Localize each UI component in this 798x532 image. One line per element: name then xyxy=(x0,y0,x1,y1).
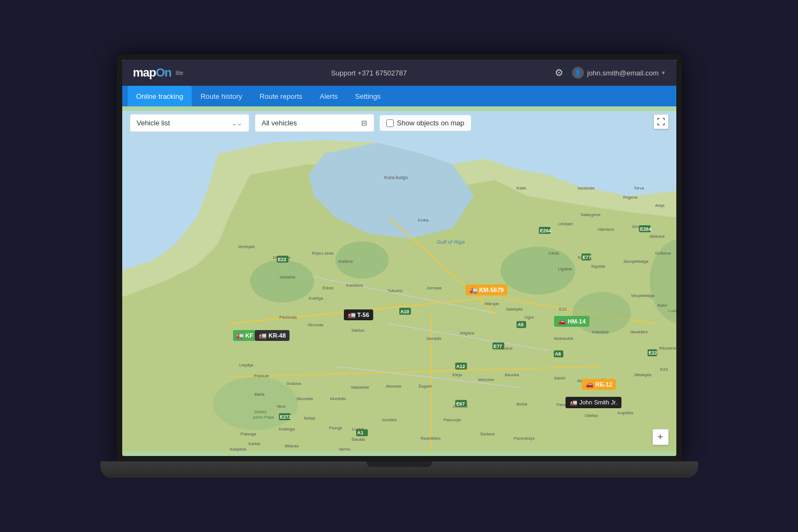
svg-point-9 xyxy=(250,260,314,302)
svg-text:Jūrkalne: Jūrkalne xyxy=(279,275,296,280)
svg-text:Karkle: Karkle xyxy=(248,441,260,446)
tab-route-reports[interactable]: Route reports xyxy=(251,86,311,106)
svg-text:Kandava: Kandava xyxy=(345,283,363,288)
marker-t56[interactable]: 🚛 T-56 xyxy=(344,309,373,320)
header-right: ⚙ 👤 john.smith@email.com ▾ xyxy=(555,67,665,79)
svg-text:Skrunda: Skrunda xyxy=(307,322,324,327)
svg-text:Šiauliai: Šiauliai xyxy=(351,437,365,442)
user-email: john.smith@email.com xyxy=(587,69,659,77)
truck-icon-re12: 🚗 xyxy=(586,381,594,388)
svg-text:Jaunpils: Jaunpils xyxy=(426,336,442,341)
svg-text:Mārupe: Mārupe xyxy=(484,301,499,306)
svg-text:Mažeikiai: Mažeikiai xyxy=(351,385,369,390)
filter-icon: ⊟ xyxy=(361,119,367,127)
svg-text:Aloja: Aloja xyxy=(655,203,664,208)
svg-text:Ēdole: Ēdole xyxy=(322,286,333,290)
svg-text:Jaunpiebalga: Jaunpiebalga xyxy=(623,259,648,264)
svg-text:Joniškis: Joniškis xyxy=(381,417,397,422)
toolbar: Vehicle list ⌄⌄ All vehicles ⊟ Show obje… xyxy=(130,114,669,132)
user-menu[interactable]: 👤 john.smith@email.com ▾ xyxy=(572,67,665,79)
support-text: Support +371 67502787 xyxy=(331,69,407,77)
marker-kf-label: KF xyxy=(246,332,254,339)
svg-text:Telšiai: Telšiai xyxy=(303,416,315,421)
svg-text:Kupiškis: Kupiškis xyxy=(618,410,633,415)
laptop-body xyxy=(100,461,698,478)
marker-km5679[interactable]: 🚛 KM-5679 xyxy=(466,284,507,295)
app-header: mapOn lite Support +371 67502787 ⚙ 👤 joh… xyxy=(122,60,676,86)
svg-text:Dabas: Dabas xyxy=(254,409,267,414)
vehicle-list-arrow: ⌄⌄ xyxy=(231,119,242,127)
svg-text:Ventspils: Ventspils xyxy=(237,244,254,249)
svg-text:Kuldīga: Kuldīga xyxy=(309,296,323,301)
svg-text:Jelgava: Jelgava xyxy=(459,331,474,335)
svg-text:E22: E22 xyxy=(660,367,668,372)
svg-text:Ogre: Ogre xyxy=(524,315,533,320)
svg-text:Palanga: Palanga xyxy=(240,432,256,436)
all-vehicles-dropdown[interactable]: All vehicles ⊟ xyxy=(255,114,374,132)
svg-text:Pāvilosta: Pāvilosta xyxy=(279,315,297,320)
marker-kr48[interactable]: 🚛 KR-48 xyxy=(255,330,290,341)
svg-text:E264: E264 xyxy=(640,226,651,232)
gear-icon[interactable]: ⚙ xyxy=(555,67,563,79)
marker-kf[interactable]: 🚛 KF xyxy=(233,330,256,341)
nav-bar: Online tracking Route history Route repo… xyxy=(122,86,676,106)
svg-text:A5: A5 xyxy=(517,322,523,327)
truck-icon-kf: 🚛 xyxy=(236,332,244,339)
svg-text:Eleja: Eleja xyxy=(453,372,462,377)
svg-text:Skuodas: Skuodas xyxy=(296,396,313,401)
svg-text:Vecpiebalga: Vecpiebalga xyxy=(631,293,654,298)
show-objects-checkbox[interactable] xyxy=(386,119,394,127)
svg-text:Biržai: Biržai xyxy=(516,402,527,407)
truck-icon-kr48: 🚛 xyxy=(259,332,267,339)
svg-text:Koika: Koika xyxy=(418,218,429,223)
map-controls: + xyxy=(652,429,669,445)
svg-text:E22: E22 xyxy=(559,307,567,312)
marker-john-smith[interactable]: 🚛 John Smith Jr. xyxy=(565,397,622,408)
svg-text:Nica: Nica xyxy=(277,404,285,409)
svg-text:E22: E22 xyxy=(649,350,657,356)
truck-icon-hm14: 🚗 xyxy=(558,318,566,325)
svg-text:Žagarė: Žagarė xyxy=(418,384,432,389)
user-dropdown-arrow: ▾ xyxy=(662,69,665,77)
svg-text:Kura kurgu: Kura kurgu xyxy=(384,175,407,180)
vehicle-list-dropdown[interactable]: Vehicle list ⌄⌄ xyxy=(130,114,249,132)
svg-text:E77: E77 xyxy=(493,344,502,349)
svg-text:Gulbene: Gulbene xyxy=(655,251,671,256)
tab-settings[interactable]: Settings xyxy=(347,86,389,106)
tab-alerts[interactable]: Alerts xyxy=(311,86,347,106)
svg-text:Alūksne: Alūksne xyxy=(649,234,664,239)
truck-icon-t56: 🚛 xyxy=(348,311,356,319)
marker-hm14[interactable]: 🚗 HM-14 xyxy=(554,316,589,327)
svg-text:Varakļāni: Varakļāni xyxy=(630,330,647,334)
svg-text:E67: E67 xyxy=(456,401,464,407)
show-objects-text: Show objects on map xyxy=(397,119,464,127)
svg-text:Saldus: Saldus xyxy=(351,328,364,333)
svg-text:Radviliškis: Radviliškis xyxy=(420,436,441,441)
svg-text:Salaspils: Salaspils xyxy=(506,307,523,312)
user-avatar-icon: 👤 xyxy=(572,67,584,79)
marker-re12-label: RE-12 xyxy=(595,381,612,388)
marker-hm14-label: HM-14 xyxy=(568,318,586,325)
svg-text:parks Pape: parks Pape xyxy=(253,415,274,420)
map-container[interactable]: Kura kurgu Kabli Iazalsala Torva Koika S… xyxy=(122,106,676,456)
svg-text:Tukums: Tukums xyxy=(387,288,403,293)
truck-icon-john: 🚛 xyxy=(570,399,577,406)
svg-text:Aizkraukle: Aizkraukle xyxy=(554,336,573,341)
zoom-in-button[interactable]: + xyxy=(652,429,669,445)
svg-text:Salacgriva: Salacgriva xyxy=(580,212,600,217)
svg-text:Jūrmala: Jūrmala xyxy=(426,286,442,290)
svg-text:E264: E264 xyxy=(539,228,551,233)
svg-text:Gulf of Riga: Gulf of Riga xyxy=(436,239,464,245)
svg-text:Sigulda: Sigulda xyxy=(591,264,606,269)
svg-text:Panevėžys: Panevėžys xyxy=(513,436,534,441)
svg-text:Roja-Latvia: Roja-Latvia xyxy=(312,251,334,256)
tab-online-tracking[interactable]: Online tracking xyxy=(128,86,192,106)
tab-route-history[interactable]: Route history xyxy=(192,86,251,106)
show-objects-label[interactable]: Show objects on map xyxy=(380,115,471,131)
svg-text:Jēkabpils: Jēkabpils xyxy=(633,372,651,377)
marker-re12[interactable]: 🚗 RE-12 xyxy=(582,379,616,390)
svg-text:Bauska: Bauska xyxy=(505,372,519,377)
svg-text:Limbaži: Limbaži xyxy=(558,221,573,226)
svg-text:Balvi: Balvi xyxy=(657,303,667,308)
svg-text:Rūjjena: Rūjjena xyxy=(623,195,637,200)
